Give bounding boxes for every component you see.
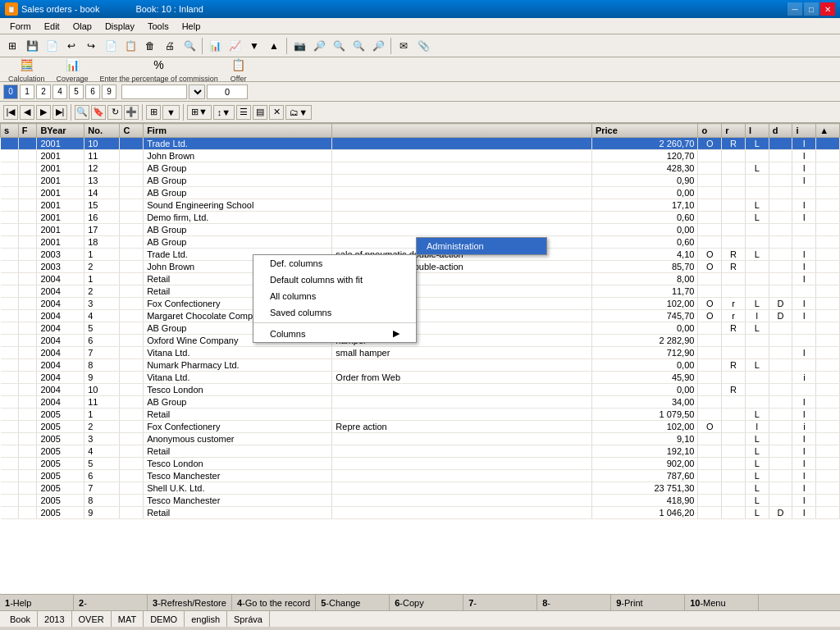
menu-help[interactable]: Help [176, 20, 208, 33]
nav-list[interactable]: ☰ [236, 105, 251, 120]
table-row[interactable]: 20044Margaret Chocolate Company,745,70Or… [1, 310, 840, 322]
table-row[interactable]: 200410Tesco London0,00R [1, 384, 840, 396]
tb-redo[interactable]: ↪ [82, 37, 100, 55]
dropdown-columns[interactable]: Columns ▶ [253, 325, 416, 342]
minimize-button[interactable]: ─ [788, 2, 802, 16]
dropdown-def-columns[interactable]: Def. columns [253, 255, 416, 272]
table-row[interactable]: 20057Shell U.K. Ltd.23 751,30LI [1, 482, 840, 495]
header-d[interactable]: d [769, 124, 792, 138]
table-row[interactable]: 20041Retail8,00I [1, 273, 840, 285]
coverage-button[interactable]: 📊 Coverage [53, 54, 92, 84]
tb-new[interactable]: 📄 [102, 37, 120, 55]
table-row[interactable]: 200116Demo firm, Ltd.0,60LI [1, 212, 840, 224]
tab-number-input[interactable] [207, 84, 248, 99]
nav-view-btn[interactable]: 🗂▼ [285, 105, 312, 120]
tb-search2[interactable]: 🔍 [330, 37, 348, 55]
table-row[interactable]: 200115Sound Engineering School17,10LI [1, 199, 840, 212]
tb-undo[interactable]: ↩ [62, 37, 80, 55]
tab-1[interactable]: 1 [20, 84, 34, 99]
tb-down[interactable]: ▼ [245, 37, 263, 55]
header-r[interactable]: r [722, 124, 746, 138]
table-row[interactable]: 20048Numark Pharmacy Ltd.0,00RL [1, 359, 840, 372]
tb-chart[interactable]: 📈 [226, 37, 244, 55]
shortcut-print[interactable]: 9-Print [611, 595, 685, 610]
tb-mail[interactable]: ✉ [395, 37, 413, 55]
table-row[interactable]: 200114AB Group0,00 [1, 187, 840, 199]
table-row[interactable]: 20043Fox ConfectioneryRepre action102,00… [1, 298, 840, 310]
nav-prev[interactable]: ◀ [20, 105, 34, 120]
shortcut-refresh[interactable]: 3-Refresh/Restore [148, 595, 232, 610]
nav-search[interactable]: 🔍 [75, 105, 89, 120]
tb-search3[interactable]: 🔍 [349, 37, 368, 55]
nav-del-filter[interactable]: ✕ [269, 105, 284, 120]
tab-9[interactable]: 9 [102, 84, 116, 99]
nav-refresh[interactable]: ↻ [107, 105, 122, 120]
table-row[interactable]: 20049Vitana Ltd.Order from Web45,90i [1, 372, 840, 384]
shortcut-2[interactable]: 2- [74, 595, 148, 610]
nav-first[interactable]: |◀ [3, 105, 18, 120]
header-firm[interactable]: Firm [144, 124, 332, 138]
table-row[interactable]: 20056Tesco Manchester787,60LI [1, 470, 840, 482]
nav-grid[interactable]: ⊞ [146, 105, 161, 120]
nav-columns-btn[interactable]: ⊞▼ [187, 105, 212, 120]
tb-3[interactable]: 📄 [43, 37, 61, 55]
table-wrapper[interactable]: s F BYear No. C Firm Price o r l d i ▲ 2 [0, 123, 840, 594]
menu-display[interactable]: Display [98, 20, 141, 33]
tb-copy[interactable]: 📋 [121, 37, 139, 55]
menu-olap[interactable]: Olap [66, 20, 98, 33]
menu-tools[interactable]: Tools [141, 20, 176, 33]
tab-4[interactable]: 4 [52, 84, 67, 99]
header-l[interactable]: l [745, 124, 769, 138]
tb-export[interactable]: 📊 [206, 37, 224, 55]
table-row[interactable]: 200111John Brown120,70I [1, 150, 840, 162]
shortcut-goto[interactable]: 4-Go to the record [232, 595, 316, 610]
commission-button[interactable]: % Enter the percentage of commission [97, 54, 221, 84]
shortcut-menu[interactable]: 10-Menu [685, 595, 759, 610]
header-price[interactable]: Price [591, 124, 698, 138]
table-row[interactable]: 200117AB Group0,00 [1, 224, 840, 236]
nav-filter-btn[interactable]: ▼ [162, 105, 180, 120]
nav-next[interactable]: ▶ [36, 105, 51, 120]
table-row[interactable]: 20046Oxford Wine Companyhamper2 282,90 [1, 335, 840, 347]
tb-save[interactable]: 💾 [23, 37, 41, 55]
submenu-administration[interactable]: Administration [417, 238, 546, 254]
tb-filter[interactable]: 🔍 [180, 37, 199, 55]
table-row[interactable]: 200110Trade Ltd.2 260,70ORLI [1, 138, 840, 150]
table-row[interactable]: 20047Vitana Ltd.small hamper712,90I [1, 347, 840, 359]
header-byear[interactable]: BYear [37, 124, 84, 138]
tb-first[interactable]: ⊞ [3, 37, 21, 55]
shortcut-8[interactable]: 8- [537, 595, 611, 610]
tb-camera[interactable]: 📷 [290, 37, 308, 55]
shortcut-copy[interactable]: 6-Copy [390, 595, 463, 610]
table-row[interactable]: 20045AB Group0,00RL [1, 322, 840, 335]
table-row[interactable]: 20055Tesco London902,00LI [1, 458, 840, 470]
maximize-button[interactable]: □ [804, 2, 819, 16]
nav-last[interactable]: ▶| [52, 105, 67, 120]
header-i[interactable]: i [792, 124, 816, 138]
nav-list2[interactable]: ▤ [253, 105, 267, 120]
table-row[interactable]: 20042Retail11,70 [1, 285, 840, 298]
header-no[interactable]: No. [84, 124, 120, 138]
tb-up[interactable]: ▲ [265, 37, 283, 55]
tb-print[interactable]: 🖨 [161, 37, 179, 55]
tab-0[interactable]: 0 [3, 84, 18, 99]
nav-bookmark[interactable]: 🔖 [91, 105, 106, 120]
nav-sort-btn[interactable]: ↕▼ [213, 105, 235, 120]
table-row[interactable]: 20052Fox ConfectioneryRepre action102,00… [1, 421, 840, 433]
menu-form[interactable]: Form [3, 20, 38, 33]
table-row[interactable]: 20051Retail1 079,50LI [1, 409, 840, 421]
table-row[interactable]: 20053Anonymous customer9,10LI [1, 433, 840, 445]
tb-search4[interactable]: 🔎 [369, 37, 387, 55]
tb-search1[interactable]: 🔎 [310, 37, 328, 55]
table-row[interactable]: 20032John Brownsale of pneumatic double-… [1, 261, 840, 273]
table-row[interactable]: 200411AB Group34,00I [1, 396, 840, 409]
offer-button[interactable]: 📋 Offer [226, 54, 251, 84]
tab-6[interactable]: 6 [85, 84, 100, 99]
shortcut-7[interactable]: 7- [463, 595, 537, 610]
table-row[interactable]: 200112AB Group428,30LI [1, 162, 840, 175]
tab-dropdown[interactable]: ▼ [189, 84, 205, 99]
header-desc[interactable] [332, 124, 592, 138]
tab-text-input[interactable] [121, 84, 187, 99]
tab-2[interactable]: 2 [36, 84, 51, 99]
dropdown-default-fit[interactable]: Default columns with fit [253, 272, 416, 288]
